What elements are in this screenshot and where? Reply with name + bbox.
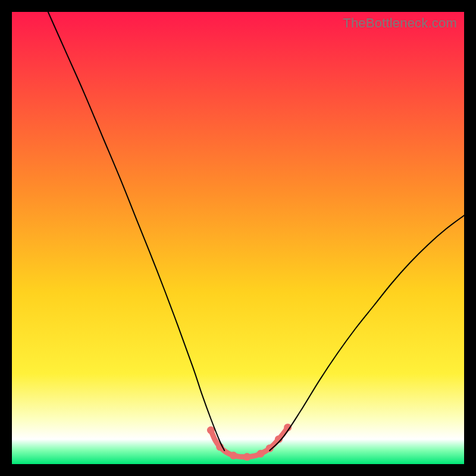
watermark-text: TheBottleneck.com bbox=[343, 15, 457, 31]
chart-frame: TheBottleneck.com bbox=[12, 12, 464, 464]
gradient-background bbox=[12, 12, 464, 464]
trough-bead bbox=[230, 452, 237, 459]
bottleneck-chart bbox=[12, 12, 464, 464]
trough-bead bbox=[243, 453, 251, 461]
trough-bead bbox=[257, 450, 265, 458]
